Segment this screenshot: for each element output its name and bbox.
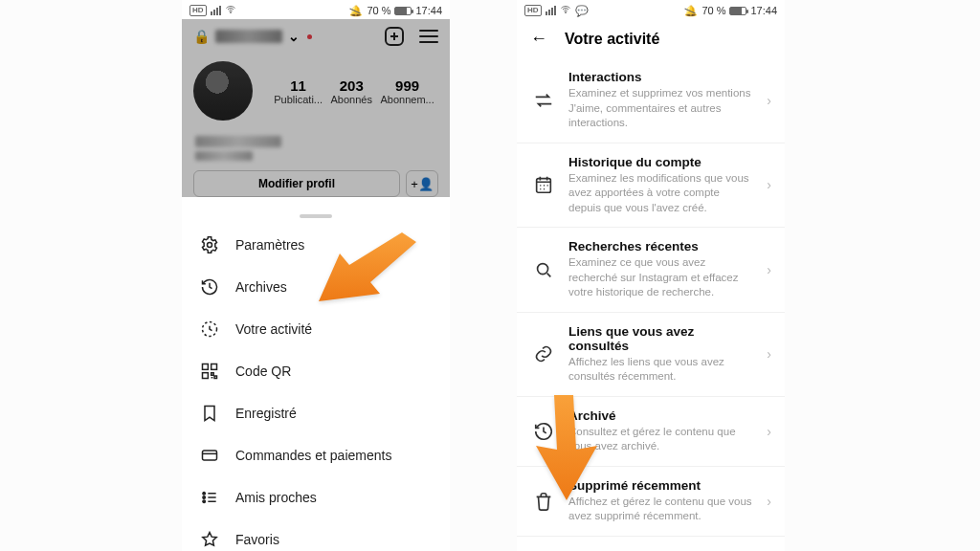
- hd-icon: HD: [524, 5, 542, 16]
- svg-point-9: [203, 500, 206, 503]
- clock-text: 17:44: [415, 5, 442, 16]
- mute-icon: 🔔: [349, 5, 363, 17]
- hd-icon: HD: [189, 5, 207, 16]
- activity-item-desc: Consultez et gérez le contenu que vous a…: [568, 425, 753, 454]
- menu-item-label: Votre activité: [235, 321, 312, 337]
- menu-item-close-friends[interactable]: Amis proches: [182, 476, 450, 518]
- lock-icon: 🔒: [193, 29, 210, 44]
- phone-right: HD 💬 🔔 70 % 17:44 ← Votre activité Inter…: [517, 0, 785, 551]
- search-icon: [532, 259, 555, 280]
- discover-people-button[interactable]: +👤: [406, 170, 438, 197]
- activity-item-title: Historique du compte: [568, 155, 753, 169]
- avatar[interactable]: [193, 61, 253, 121]
- battery-icon: [394, 7, 412, 15]
- svg-point-13: [538, 263, 548, 274]
- qr-icon: [199, 362, 220, 381]
- status-bar: HD 🔔 70 % 17:44: [182, 0, 450, 19]
- signal-icon: [211, 6, 221, 15]
- calendar-icon: [532, 174, 555, 195]
- star-icon: [199, 530, 220, 549]
- chevron-right-icon: ›: [767, 346, 771, 362]
- status-bar: HD 💬 🔔 70 % 17:44: [517, 0, 785, 19]
- activity-item-title: Recherches récentes: [568, 239, 753, 253]
- svg-rect-4: [212, 364, 217, 370]
- activity-item-desc: Examinez et supprimez vos mentions J'aim…: [568, 86, 753, 131]
- activity-item-title: Archivé: [568, 408, 753, 423]
- activity-item-title: Liens que vous avez consultés: [568, 324, 753, 353]
- activity-item-interactions[interactable]: Interactions Examinez et supprimez vos m…: [517, 58, 785, 143]
- drag-handle-icon[interactable]: [300, 214, 332, 218]
- activity-list: Interactions Examinez et supprimez vos m…: [517, 58, 785, 551]
- display-name-blurred: [195, 136, 281, 147]
- activity-item-desc: Examinez les modifications que vous avez…: [568, 171, 753, 216]
- trash-icon: [532, 491, 555, 512]
- stat-followers[interactable]: 203 Abonnés: [331, 77, 372, 105]
- messenger-icon: 💬: [575, 5, 589, 17]
- link-icon: [532, 343, 555, 364]
- activity-item-title: Interactions: [568, 70, 753, 84]
- chevron-right-icon: ›: [767, 424, 771, 439]
- stat-posts[interactable]: 11 Publicati...: [274, 77, 323, 105]
- activity-item-searches[interactable]: Recherches récentes Examinez ce que vous…: [517, 228, 785, 313]
- svg-point-0: [230, 12, 231, 13]
- menu-item-label: Favoris: [235, 532, 279, 547]
- battery-icon: [729, 7, 746, 15]
- activity-item-history[interactable]: Historique du compte Examinez les modifi…: [517, 143, 785, 229]
- edit-profile-button[interactable]: Modifier profil: [193, 170, 400, 197]
- battery-text: 70 %: [702, 5, 725, 16]
- activity-item-archived[interactable]: Archivé Consultez et gérez le contenu qu…: [517, 397, 785, 467]
- activity-item-download[interactable]: Télécharger vos informations Téléchargez…: [517, 537, 785, 551]
- menu-item-orders[interactable]: Commandes et paiements: [182, 434, 450, 476]
- battery-text: 70 %: [367, 5, 390, 16]
- chevron-right-icon: ›: [767, 494, 771, 509]
- archive-icon: [199, 277, 220, 297]
- chevron-right-icon: ›: [767, 262, 771, 277]
- menu-item-label: Enregistré: [235, 406, 297, 421]
- activity-item-desc: Affichez les liens que vous avez consult…: [568, 355, 753, 385]
- svg-rect-5: [203, 373, 209, 379]
- notification-dot-icon: [307, 34, 312, 39]
- wifi-icon: [560, 4, 571, 17]
- menu-button[interactable]: [419, 30, 438, 43]
- swap-icon: [532, 90, 555, 111]
- activity-icon: [199, 320, 220, 339]
- chevron-right-icon: ›: [767, 93, 771, 108]
- menu-item-qr[interactable]: Code QR: [182, 350, 450, 392]
- activity-header: ← Votre activité: [517, 19, 785, 58]
- profile-section: 🔒 ⌄ 11 Publicati... 203 Abonnés: [182, 19, 450, 197]
- bottom-sheet-menu: Paramètres Archives Votre activité Code …: [182, 207, 450, 551]
- chevron-right-icon: ›: [767, 177, 771, 192]
- menu-item-label: Archives: [235, 279, 287, 295]
- new-post-button[interactable]: [385, 27, 404, 46]
- svg-rect-6: [203, 451, 217, 460]
- svg-point-1: [208, 243, 212, 248]
- activity-item-deleted[interactable]: Supprimé récemment Affichez et gérez le …: [517, 467, 785, 537]
- signal-icon: [546, 6, 556, 15]
- activity-item-links[interactable]: Liens que vous avez consultés Affichez l…: [517, 313, 785, 397]
- username-selector[interactable]: 🔒 ⌄: [193, 29, 312, 44]
- menu-item-label: Amis proches: [235, 490, 317, 505]
- gear-icon: [199, 235, 220, 254]
- wifi-icon: [225, 4, 236, 17]
- activity-item-desc: Affichez et gérez le contenu que vous av…: [568, 495, 753, 524]
- menu-item-saved[interactable]: Enregistré: [182, 392, 450, 434]
- page-title: Votre activité: [565, 31, 659, 48]
- card-icon: [199, 446, 220, 465]
- chevron-down-icon: ⌄: [288, 29, 300, 44]
- back-button[interactable]: ←: [530, 29, 547, 49]
- phone-left: HD 🔔 70 % 17:44 🔒 ⌄: [182, 0, 450, 551]
- mute-icon: 🔔: [684, 5, 698, 17]
- stat-following[interactable]: 999 Abonnem...: [380, 77, 434, 105]
- menu-item-favorites[interactable]: Favoris: [182, 518, 450, 551]
- activity-item-title: Supprimé récemment: [568, 478, 753, 493]
- list-icon: [199, 488, 220, 507]
- archive-icon: [532, 421, 555, 442]
- bio-blurred: [195, 151, 253, 161]
- activity-item-desc: Examinez ce que vous avez recherché sur …: [568, 255, 753, 300]
- menu-item-activity[interactable]: Votre activité: [182, 308, 450, 350]
- svg-rect-3: [203, 364, 209, 370]
- menu-item-label: Paramètres: [235, 237, 304, 253]
- menu-item-settings[interactable]: Paramètres: [182, 224, 450, 266]
- menu-item-archives[interactable]: Archives: [182, 266, 450, 308]
- clock-text: 17:44: [750, 5, 777, 16]
